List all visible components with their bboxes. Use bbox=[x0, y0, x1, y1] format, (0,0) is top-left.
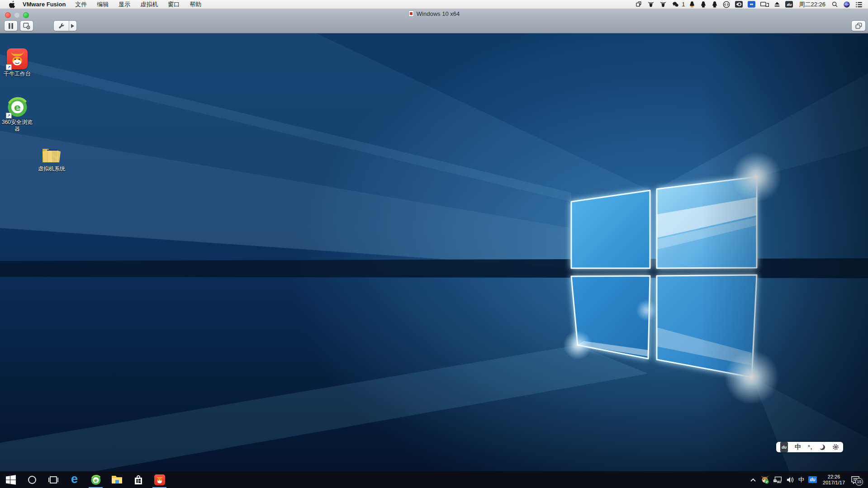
apple-menu[interactable] bbox=[5, 0, 19, 8]
desktop-icon-qianniu[interactable]: ↗ 千牛工作台 bbox=[0, 48, 34, 77]
adobe-cc-icon[interactable] bbox=[722, 0, 731, 9]
ime-language-mode-button[interactable]: 中 bbox=[795, 442, 801, 452]
tools-button-group[interactable] bbox=[53, 20, 77, 31]
clock-date: 2017/1/17 bbox=[823, 480, 845, 486]
360-browser-app-icon: e ↗ bbox=[7, 96, 28, 118]
input-language-indicator[interactable]: 中 bbox=[798, 476, 804, 484]
wrench-tools-icon[interactable] bbox=[54, 23, 69, 29]
wechat-unread-badge: 1 bbox=[682, 1, 685, 8]
windows-taskbar: e e bbox=[0, 471, 868, 488]
menu-edit[interactable]: 编辑 bbox=[92, 0, 114, 9]
svg-text:du: du bbox=[787, 3, 792, 7]
menu-file[interactable]: 文件 bbox=[70, 0, 92, 9]
eject-icon[interactable] bbox=[773, 0, 781, 9]
shortcut-arrow-badge: ↗ bbox=[6, 64, 12, 70]
windows-store-button[interactable] bbox=[128, 471, 149, 488]
chevron-up-icon bbox=[750, 478, 756, 482]
wechat-icon[interactable] bbox=[671, 0, 680, 9]
taskbar-clock[interactable]: 22:26 2017/1/17 bbox=[821, 474, 847, 486]
clock-time: 22:26 bbox=[823, 474, 845, 480]
desktop-icon-label: 千牛工作台 bbox=[4, 71, 31, 77]
menu-help[interactable]: 帮助 bbox=[185, 0, 206, 9]
tray-baidu-ime-icon[interactable]: du bbox=[808, 476, 817, 483]
qianniu-app-icon: ↗ bbox=[7, 48, 28, 69]
qq-icon-2[interactable] bbox=[699, 0, 707, 9]
file-explorer-icon bbox=[111, 475, 123, 484]
vm-document-icon bbox=[408, 10, 414, 17]
volume-icon[interactable] bbox=[786, 476, 794, 483]
file-explorer-button[interactable] bbox=[106, 471, 128, 488]
snapshot-button[interactable] bbox=[20, 20, 33, 31]
qianniu-icon bbox=[154, 474, 165, 485]
pause-vm-button[interactable] bbox=[4, 20, 18, 31]
vm-display: ↗ 千牛工作台 e ↗ 360安全浏览 器 bbox=[0, 33, 868, 471]
snapshot-icon bbox=[23, 23, 30, 29]
system-tray: 中 du 22:26 2017/1/17 15 bbox=[750, 471, 868, 488]
menu-window[interactable]: 窗口 bbox=[163, 0, 185, 9]
ime-settings-gear-button[interactable] bbox=[832, 442, 839, 452]
edge-icon: e bbox=[71, 473, 78, 485]
notification-center-icon[interactable] bbox=[854, 0, 863, 9]
store-icon bbox=[133, 475, 143, 485]
windows-logo-icon bbox=[6, 475, 16, 485]
qianniu-menubar-icon-2[interactable] bbox=[659, 0, 668, 9]
overlapping-windows-icon bbox=[855, 23, 862, 29]
show-hidden-icons-button[interactable] bbox=[750, 478, 756, 482]
menu-vm[interactable]: 虚拟机 bbox=[135, 0, 163, 9]
qq-icon-1[interactable] bbox=[688, 0, 696, 9]
nvidia-icon[interactable] bbox=[734, 0, 744, 9]
siri-icon[interactable] bbox=[842, 0, 851, 9]
qq-icon-3[interactable] bbox=[711, 0, 719, 9]
task-view-icon bbox=[48, 476, 59, 484]
pause-icon bbox=[8, 23, 14, 29]
spotlight-search-icon[interactable] bbox=[830, 0, 839, 9]
notification-count-badge: 15 bbox=[855, 478, 863, 486]
task-view-button[interactable] bbox=[43, 471, 64, 488]
cortana-button[interactable] bbox=[21, 471, 43, 488]
desktop-icon-label-line2: 器 bbox=[2, 126, 33, 133]
ime-punctuation-button[interactable]: °, bbox=[808, 442, 812, 452]
svg-text:e: e bbox=[14, 102, 21, 113]
tools-dropdown-arrow-icon[interactable] bbox=[69, 24, 76, 28]
desktop-icon-360-browser[interactable]: e ↗ 360安全浏览 器 bbox=[0, 96, 34, 133]
desktop-icon-vm-folder[interactable]: 虚拟机系统 bbox=[32, 146, 71, 172]
view-mode-button[interactable] bbox=[851, 20, 866, 31]
cortana-circle-icon bbox=[28, 475, 37, 484]
baidu-menubar-icon[interactable]: du bbox=[784, 0, 794, 9]
vmware-window-chrome: Windows 10 x64 bbox=[0, 9, 868, 33]
display-mirroring-icon[interactable] bbox=[759, 0, 770, 9]
vm-window-title: Windows 10 x64 bbox=[417, 10, 460, 17]
taskbar-edge-button[interactable]: e bbox=[64, 471, 85, 488]
window-switcher-icon[interactable] bbox=[635, 0, 643, 9]
action-center-button[interactable]: 15 bbox=[851, 476, 860, 484]
menubar-app-name[interactable]: VMware Fusion bbox=[23, 1, 66, 8]
folder-icon bbox=[41, 146, 62, 164]
desktop-icon-label: 虚拟机系统 bbox=[38, 166, 65, 172]
tray-qianniu-icon[interactable] bbox=[760, 475, 769, 484]
baidu-ime-logo[interactable]: du bbox=[780, 442, 788, 452]
ime-fullwidth-moon-button[interactable] bbox=[819, 442, 825, 452]
taskbar-qianniu-button[interactable] bbox=[149, 471, 170, 488]
menu-view[interactable]: 显示 bbox=[114, 0, 135, 9]
menubar-clock[interactable]: 周二22:26 bbox=[797, 0, 827, 9]
shortcut-arrow-badge: ↗ bbox=[6, 113, 12, 118]
baidu-ime-toolbar: du 中 °, bbox=[776, 442, 843, 452]
windows-hero-wallpaper bbox=[0, 33, 868, 471]
macos-menu-bar: VMware Fusion 文件 编辑 显示 虚拟机 窗口 帮助 1 bbox=[0, 0, 868, 9]
qianniu-menubar-icon-1[interactable] bbox=[646, 0, 655, 9]
svg-text:e: e bbox=[94, 477, 97, 483]
apple-logo-icon bbox=[9, 0, 16, 8]
start-button[interactable] bbox=[0, 471, 21, 488]
teamviewer-icon[interactable] bbox=[747, 0, 756, 9]
network-icon[interactable] bbox=[773, 476, 782, 483]
360-browser-icon: e bbox=[90, 474, 101, 485]
desktop-icon-label-line1: 360安全浏览 bbox=[2, 119, 33, 126]
taskbar-360-browser-button[interactable]: e bbox=[85, 471, 106, 488]
